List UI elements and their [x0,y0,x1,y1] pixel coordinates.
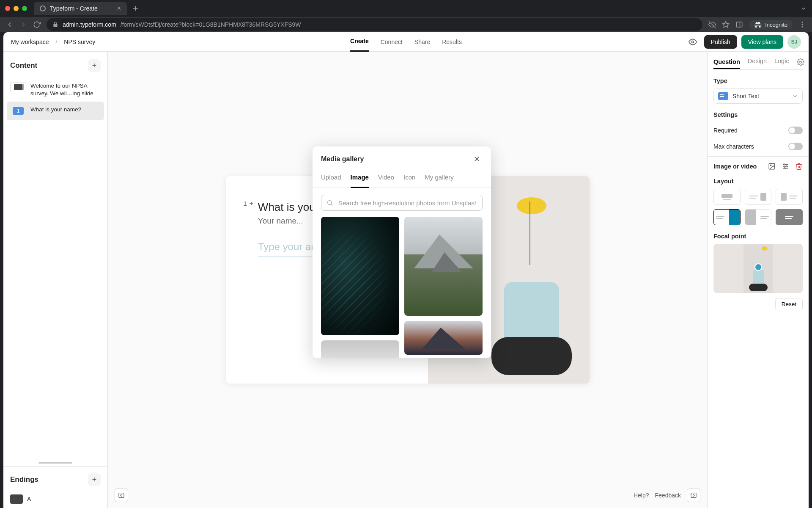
avatar[interactable]: SJ [787,35,801,49]
forward-icon [19,21,27,28]
back-icon[interactable] [6,21,14,28]
modal-title: Media gallery [321,155,364,163]
content-panel: Content + Welcome to our NPSA survey. We… [3,52,108,508]
required-toggle[interactable] [788,127,803,134]
focal-point-handle[interactable] [754,263,762,271]
image-result[interactable] [321,340,399,358]
url-path: /form/sWDtsfDj/create?block=01G8B1NPHMX8… [121,21,301,28]
layout-background[interactable] [776,209,803,225]
modal-tab-upload[interactable]: Upload [321,169,341,188]
svg-rect-2 [736,22,742,27]
ending-item[interactable]: A [3,490,107,508]
maximize-window-icon[interactable] [22,6,27,11]
focal-label: Focal point [713,233,803,240]
question-thumb: 1 [10,106,26,116]
modal-tab-mygallery[interactable]: My gallery [425,169,453,188]
reload-icon[interactable] [33,21,41,28]
setting-maxchars: Max characters [713,138,803,155]
sliders-icon[interactable] [782,163,789,170]
type-select[interactable]: Short Text [713,88,803,104]
image-search-input[interactable] [337,199,477,207]
breadcrumb-separator: / [53,39,60,45]
gear-icon[interactable] [797,58,804,66]
incognito-badge[interactable]: Incognito [749,20,793,30]
svg-point-13 [799,61,801,64]
maxchars-toggle[interactable] [788,143,803,150]
close-window-icon[interactable] [5,6,10,11]
trash-icon[interactable] [795,163,803,170]
content-item-label: Welcome to our NPSA survey. We wil…ing s… [30,82,101,97]
address-bar[interactable]: admin.typeform.com/form/sWDtsfDj/create?… [47,18,702,31]
welcome-slide-thumb [10,82,26,92]
star-icon[interactable] [722,21,730,28]
window-controls[interactable] [5,6,30,11]
svg-point-21 [784,168,785,169]
collapse-left-button[interactable] [115,489,128,502]
tab-favicon [40,6,46,11]
question-number-badge: 1 [13,107,24,115]
url-host: admin.typeform.com [63,21,116,28]
layout-options [713,189,803,225]
layout-right-text[interactable] [776,189,803,205]
browser-tab[interactable]: Typeform - Create × [34,2,127,15]
topbar: My workspace / NPS survey Create Connect… [3,32,809,52]
add-ending-button[interactable]: + [88,473,101,486]
image-icon[interactable] [768,163,776,170]
modal-tab-image[interactable]: Image [351,169,369,188]
image-result[interactable] [404,217,483,316]
canvas-footer: Help? Feedback [115,489,700,502]
image-result[interactable] [321,217,399,335]
svg-point-15 [770,165,771,166]
inspector-tab-logic[interactable]: Logic [774,58,789,67]
layout-label: Layout [713,178,803,185]
minimize-window-icon[interactable] [14,6,19,11]
panel-resize-handle[interactable] [38,462,72,464]
modal-close-button[interactable]: ✕ [471,154,483,164]
eye-off-icon[interactable] [708,21,716,28]
canvas: 1 What is your name Your name... Type yo… [108,52,707,508]
tab-create[interactable]: Create [350,32,369,52]
type-label: Type [713,77,803,84]
reset-button[interactable]: Reset [775,298,803,310]
svg-point-5 [802,24,803,25]
close-tab-icon[interactable]: × [117,5,121,12]
preview-button[interactable] [686,35,700,49]
inspector-tab-question[interactable]: Question [713,58,740,69]
collapse-right-button[interactable] [687,489,700,502]
view-plans-button[interactable]: View plans [741,35,783,49]
settings-label: Settings [713,111,803,118]
layout-right-text-full[interactable] [745,209,772,225]
layout-left-text-full[interactable] [713,209,741,225]
tab-share[interactable]: Share [414,32,430,52]
layout-stack[interactable] [713,189,741,205]
modal-tab-video[interactable]: Video [378,169,394,188]
new-tab-button[interactable]: + [130,3,141,14]
ending-thumb [10,494,23,504]
svg-marker-1 [723,22,729,28]
kebab-icon[interactable] [798,21,806,28]
breadcrumb-workspace[interactable]: My workspace [11,39,49,45]
question-number: 1 [244,200,247,207]
eye-icon [689,38,697,46]
tab-connect[interactable]: Connect [381,32,403,52]
tabs-overflow-icon[interactable] [800,5,807,12]
image-result[interactable] [404,321,483,355]
svg-point-6 [802,26,803,28]
inspector-tab-design[interactable]: Design [748,58,767,67]
image-search[interactable] [321,195,483,211]
svg-point-11 [328,201,332,204]
type-value: Short Text [732,93,759,99]
content-item-welcome[interactable]: Welcome to our NPSA survey. We wil…ing s… [7,78,104,102]
panel-icon[interactable] [735,21,743,28]
short-text-icon [718,92,728,100]
focal-point-editor[interactable] [713,244,803,293]
add-content-button[interactable]: + [88,59,101,72]
breadcrumb-form[interactable]: NPS survey [64,39,95,45]
publish-button[interactable]: Publish [704,35,737,49]
modal-tab-icon[interactable]: Icon [403,169,415,188]
help-link[interactable]: Help? [634,492,649,499]
feedback-link[interactable]: Feedback [655,492,681,499]
layout-left-text[interactable] [745,189,772,205]
tab-results[interactable]: Results [442,32,462,52]
content-item-question-1[interactable]: 1 What is your name? [7,102,104,120]
